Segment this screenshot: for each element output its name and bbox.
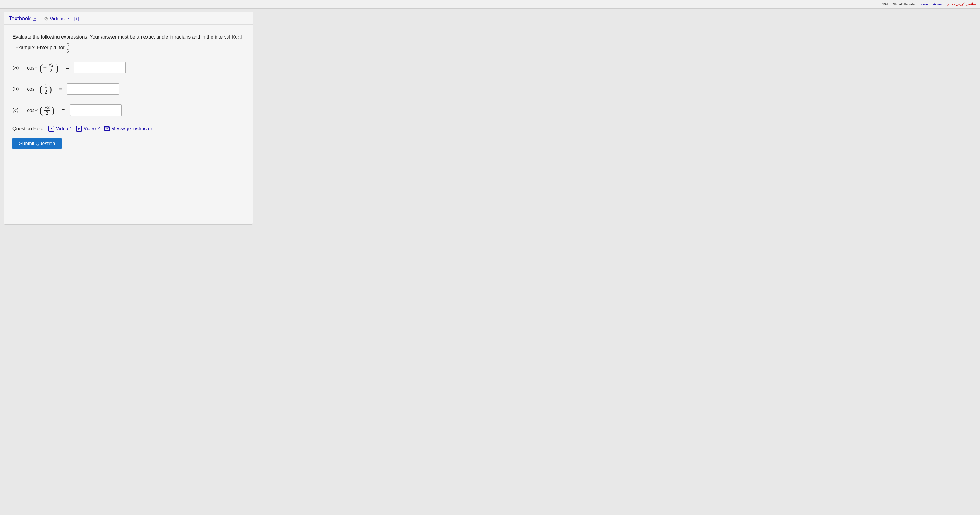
frac-b-denom: 2	[44, 89, 48, 95]
play-icon-1	[48, 126, 54, 132]
frac-c: √2 2	[44, 105, 50, 116]
play-icon-2	[76, 126, 82, 132]
main-container: Textbook ⊘ Videos [+]	[0, 8, 980, 228]
question-content: Evaluate the following expressions. Your…	[4, 25, 253, 158]
content-panel: Textbook ⊘ Videos [+]	[4, 12, 253, 225]
tab-textbook[interactable]: Textbook	[9, 16, 37, 24]
part-a: (a) cos−1 ( − √2 2 ) =	[13, 62, 244, 73]
svg-rect-0	[33, 17, 36, 21]
cos-inv-c: cos	[27, 107, 34, 114]
official-website-label: 194 – Official Website	[882, 2, 915, 6]
svg-marker-2	[51, 128, 52, 130]
videos-ext-icon	[67, 17, 71, 21]
mail-icon	[103, 126, 110, 131]
home-link2[interactable]: Home	[933, 2, 942, 6]
close-paren-a: )	[56, 63, 59, 73]
top-bar: 194 – Official Website home Home اتصل كو…	[0, 0, 980, 8]
submit-label: Submit Question	[19, 141, 55, 146]
question-help: Question Help: Video 1 Video 2	[13, 126, 244, 132]
instruction-interval: [0, π]	[232, 34, 242, 40]
videos-icon: ⊘	[44, 16, 48, 22]
message-instructor-link[interactable]: Message instructor	[103, 126, 152, 132]
frac-a: √2 2	[48, 62, 54, 73]
cos-inv-b: cos	[27, 86, 34, 92]
frac-b-numer: 1	[44, 84, 48, 89]
frac-c-numer: √2	[44, 105, 50, 111]
part-b-expr: cos−1 ( 1 2 )	[27, 84, 52, 95]
open-paren-b: (	[40, 84, 43, 94]
message-instructor-label: Message instructor	[111, 126, 152, 132]
video1-label: Video 1	[56, 126, 72, 132]
svg-marker-3	[78, 128, 80, 130]
input-c[interactable]	[70, 105, 122, 116]
frac-b: 1 2	[44, 84, 48, 95]
tab-bar: Textbook ⊘ Videos [+]	[4, 13, 253, 25]
arabic-link[interactable]: اتصل كورس مجاني—	[947, 2, 976, 6]
part-a-label: (a)	[13, 65, 25, 71]
neg-sign-a: −	[43, 65, 46, 71]
equals-c: =	[61, 107, 65, 114]
close-paren-b: )	[49, 84, 52, 94]
video2-link[interactable]: Video 2	[76, 126, 100, 132]
instruction-suffix: .	[70, 44, 72, 50]
submit-button[interactable]: Submit Question	[13, 138, 62, 149]
instruction-line1: Evaluate the following expressions. Your…	[13, 34, 231, 40]
open-paren-a: (	[40, 63, 43, 73]
sup-neg1-a: −1	[35, 66, 39, 70]
frac-num: π	[66, 41, 69, 48]
video2-label: Video 2	[84, 126, 100, 132]
instruction-line2: . Example: Enter pi/6 for	[13, 44, 65, 50]
part-b-label: (b)	[13, 86, 25, 92]
part-c-label: (c)	[13, 107, 25, 113]
add-label[interactable]: [+]	[74, 16, 80, 22]
sup-neg1-c: −1	[35, 108, 39, 113]
part-a-expr: cos−1 ( − √2 2 )	[27, 62, 59, 73]
equals-a: =	[65, 64, 69, 71]
sup-neg1-b: −1	[35, 87, 39, 91]
frac-a-numer: √2	[48, 62, 54, 68]
official-website-link[interactable]: 194 – Official Website	[882, 2, 915, 6]
input-a[interactable]	[74, 62, 126, 73]
frac-c-denom: 2	[45, 111, 49, 116]
textbook-ext-icon	[32, 17, 37, 21]
part-c: (c) cos−1 ( √2 2 ) =	[13, 105, 244, 116]
equals-b: =	[59, 86, 62, 93]
frac-den: 6	[66, 48, 69, 55]
cos-inv-a: cos	[27, 65, 34, 71]
open-paren-c: (	[40, 105, 43, 115]
video1-link[interactable]: Video 1	[48, 126, 72, 132]
part-c-expr: cos−1 ( √2 2 )	[27, 105, 55, 116]
frac-a-denom: 2	[49, 68, 53, 73]
svg-rect-1	[67, 17, 70, 20]
home-link[interactable]: home	[920, 2, 928, 6]
tab-videos[interactable]: ⊘ Videos [+]	[44, 16, 80, 24]
part-b: (b) cos−1 ( 1 2 ) =	[13, 83, 244, 95]
instruction-block: Evaluate the following expressions. Your…	[13, 33, 244, 55]
videos-label: Videos	[50, 16, 65, 22]
help-label: Question Help:	[13, 126, 45, 132]
instruction-fraction: π 6	[66, 44, 70, 50]
input-b[interactable]	[67, 83, 119, 95]
textbook-label: Textbook	[9, 16, 31, 22]
close-paren-c: )	[51, 105, 55, 115]
